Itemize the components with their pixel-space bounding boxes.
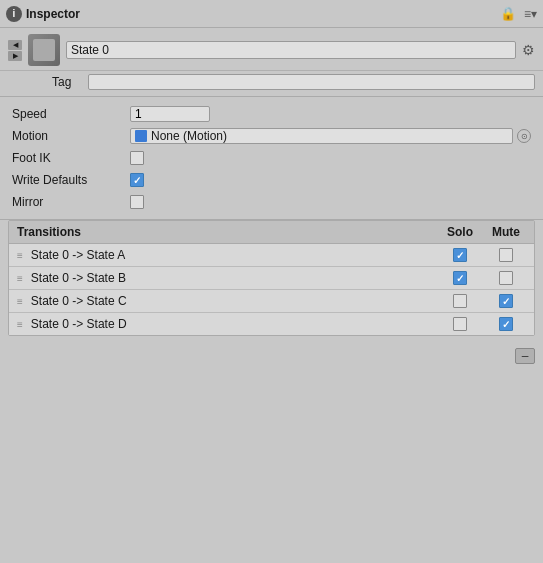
motion-input[interactable]: None (Motion) [130,128,513,144]
transition-checkboxes [440,248,526,262]
solo-checkbox[interactable] [453,248,467,262]
drag-handle-icon: ≡ [17,319,23,330]
motion-select-button[interactable]: ⊙ [517,129,531,143]
motion-type-icon [135,130,147,142]
transitions-list: ≡State 0 -> State A≡State 0 -> State B≡S… [9,244,534,335]
tag-row: Tag [0,71,543,97]
write-defaults-checkbox[interactable] [130,173,144,187]
solo-col-header: Solo [440,225,480,239]
transition-label: State 0 -> State D [31,317,434,331]
tag-label: Tag [52,75,80,89]
mute-checkbox[interactable] [499,271,513,285]
drag-handle-icon: ≡ [17,250,23,261]
state-icon [28,34,60,66]
nav-forward-button[interactable]: ▶ [8,51,22,61]
solo-checkbox[interactable] [453,294,467,308]
transition-row[interactable]: ≡State 0 -> State D [9,313,534,335]
lock-icon[interactable]: 🔒 [500,6,516,21]
transitions-header: Transitions Solo Mute [9,221,534,244]
info-icon: i [6,6,22,22]
bottom-bar: – [0,344,543,368]
foot-ik-checkbox[interactable] [130,151,144,165]
transition-row[interactable]: ≡State 0 -> State A [9,244,534,267]
foot-ik-row: Foot IK [12,147,531,169]
transition-label: State 0 -> State C [31,294,434,308]
mirror-label: Mirror [12,195,122,209]
write-defaults-row: Write Defaults [12,169,531,191]
speed-row: Speed [12,103,531,125]
transition-checkboxes [440,294,526,308]
gear-icon[interactable]: ⚙ [522,42,535,58]
write-defaults-label: Write Defaults [12,173,122,187]
speed-label: Speed [12,107,122,121]
transitions-title: Transitions [17,225,440,239]
foot-ik-label: Foot IK [12,151,122,165]
solo-checkbox[interactable] [453,271,467,285]
drag-handle-icon: ≡ [17,273,23,284]
menu-icon[interactable]: ≡▾ [524,7,537,21]
speed-input[interactable] [130,106,210,122]
state-name-input[interactable] [66,41,516,59]
drag-handle-icon: ≡ [17,296,23,307]
state-row: ◀ ▶ ⚙ [0,28,543,71]
transition-row[interactable]: ≡State 0 -> State C [9,290,534,313]
mirror-checkbox[interactable] [130,195,144,209]
properties-section: Speed Motion None (Motion) ⊙ Foot IK Wri… [0,97,543,220]
inspector-title: Inspector [26,7,496,21]
motion-value: None (Motion) [151,129,227,143]
mute-col-header: Mute [486,225,526,239]
mute-checkbox[interactable] [499,248,513,262]
state-icon-inner [33,39,55,61]
motion-input-wrapper: None (Motion) ⊙ [130,128,531,144]
transitions-col-headers: Solo Mute [440,225,526,239]
nav-arrows: ◀ ▶ [8,40,22,61]
mute-checkbox[interactable] [499,294,513,308]
tag-input[interactable] [88,74,535,90]
transition-checkboxes [440,317,526,331]
transition-row[interactable]: ≡State 0 -> State B [9,267,534,290]
transition-checkboxes [440,271,526,285]
nav-back-button[interactable]: ◀ [8,40,22,50]
motion-label: Motion [12,129,122,143]
transitions-section: Transitions Solo Mute ≡State 0 -> State … [8,220,535,336]
remove-transition-button[interactable]: – [515,348,535,364]
header-bar: i Inspector 🔒 ≡▾ [0,0,543,28]
mute-checkbox[interactable] [499,317,513,331]
solo-checkbox[interactable] [453,317,467,331]
transition-label: State 0 -> State B [31,271,434,285]
transition-label: State 0 -> State A [31,248,434,262]
mirror-row: Mirror [12,191,531,213]
motion-row: Motion None (Motion) ⊙ [12,125,531,147]
